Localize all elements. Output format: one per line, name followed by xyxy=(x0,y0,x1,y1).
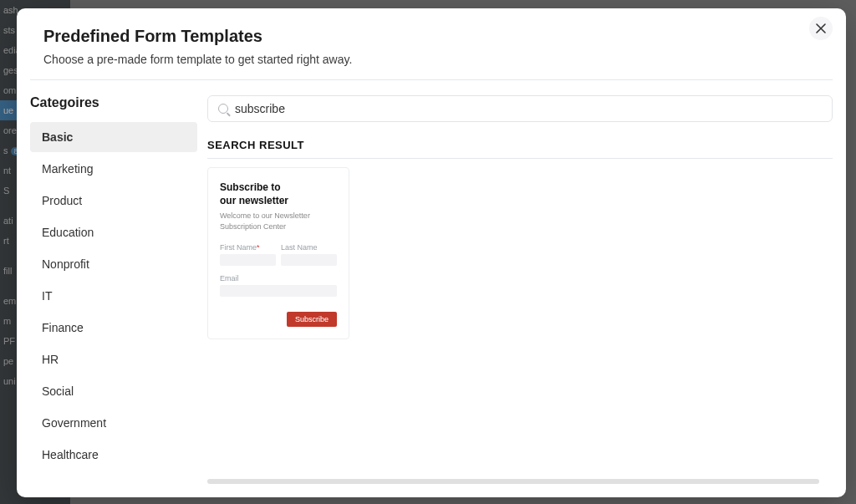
category-item[interactable]: Social xyxy=(30,376,197,406)
close-button[interactable] xyxy=(809,17,833,40)
categories-panel: Categoires BasicMarketingProductEducatio… xyxy=(30,95,197,487)
template-field-row: Email xyxy=(220,274,337,297)
subscribe-button[interactable]: Subscribe xyxy=(287,312,337,327)
modal-subtitle: Choose a pre-made form template to get s… xyxy=(43,53,808,66)
search-input[interactable] xyxy=(235,102,822,115)
template-card[interactable]: Subscribe toour newsletterWelcome to our… xyxy=(207,167,349,339)
category-item[interactable]: Basic xyxy=(30,122,197,152)
template-input-placeholder xyxy=(220,254,276,266)
template-field: Email xyxy=(220,274,337,297)
category-item[interactable]: HR xyxy=(30,344,197,374)
template-field: Last Name xyxy=(281,243,337,266)
modal-body: Categoires BasicMarketingProductEducatio… xyxy=(17,80,846,497)
modal-title: Predefined Form Templates xyxy=(43,27,808,46)
template-input-placeholder xyxy=(220,285,337,297)
results-area[interactable]: Subscribe toour newsletterWelcome to our… xyxy=(207,167,833,487)
template-field-label: Email xyxy=(220,274,337,283)
category-item[interactable]: Marketing xyxy=(30,154,197,184)
category-item[interactable]: Education xyxy=(30,217,197,247)
results-row: Subscribe toour newsletterWelcome to our… xyxy=(207,167,833,373)
template-modal: Predefined Form Templates Choose a pre-m… xyxy=(17,8,846,497)
search-field-wrapper[interactable] xyxy=(207,95,833,122)
template-button-wrap: Subscribe xyxy=(220,310,337,327)
template-field-row: First Name*Last Name xyxy=(220,243,337,266)
horizontal-scrollbar[interactable] xyxy=(207,479,819,484)
template-field-label: First Name* xyxy=(220,243,276,252)
results-divider xyxy=(207,158,833,159)
category-item[interactable]: Healthcare xyxy=(30,440,197,470)
close-icon xyxy=(816,23,826,33)
results-heading: SEARCH RESULT xyxy=(207,139,833,151)
category-item[interactable]: Government xyxy=(30,408,197,438)
category-item[interactable]: Nonprofit xyxy=(30,249,197,279)
categories-list: BasicMarketingProductEducationNonprofitI… xyxy=(30,122,197,470)
template-card-title: Subscribe toour newsletter xyxy=(220,181,337,207)
template-field: First Name* xyxy=(220,243,276,266)
category-item[interactable]: Finance xyxy=(30,313,197,343)
main-panel: SEARCH RESULT Subscribe toour newsletter… xyxy=(207,95,833,487)
template-input-placeholder xyxy=(281,254,337,266)
categories-heading: Categoires xyxy=(30,95,197,110)
search-icon xyxy=(218,104,228,114)
category-item[interactable]: Product xyxy=(30,186,197,216)
required-star: * xyxy=(257,243,260,252)
modal-header: Predefined Form Templates Choose a pre-m… xyxy=(30,8,833,80)
category-item[interactable]: IT xyxy=(30,281,197,311)
template-card-subtitle: Welcome to our Newsletter Subscription C… xyxy=(220,211,337,232)
template-field-label: Last Name xyxy=(281,243,337,252)
